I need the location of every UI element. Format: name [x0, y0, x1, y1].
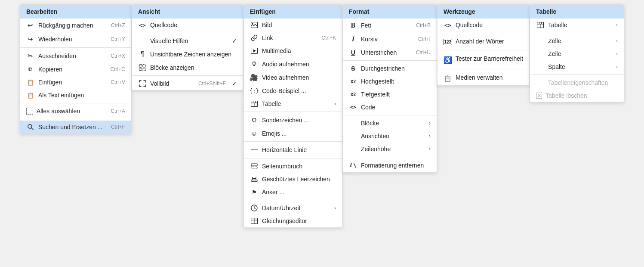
- fullscreen-item[interactable]: Vollbild Ctrl+Shift+F ✓: [132, 77, 243, 90]
- einfuegen-header[interactable]: Einfügen: [244, 5, 342, 19]
- datetime-label: Datum/Uhrzeit: [262, 205, 331, 211]
- svg-line-1: [31, 128, 33, 130]
- source-werkzeuge-icon: <>: [444, 22, 452, 28]
- table-tabelle-icon: [536, 22, 545, 28]
- ansicht-header[interactable]: Ansicht: [132, 5, 243, 19]
- sep4: [244, 200, 342, 200]
- table-tabelle-item[interactable]: Tabelle ›: [530, 19, 624, 31]
- svg-text:I: I: [349, 162, 352, 168]
- strikethrough-item[interactable]: S Durchgestrichen: [343, 62, 437, 75]
- superscript-label: Hochgestellt: [361, 78, 431, 85]
- invisible-label: Unsichtbare Zeichen anzeigen: [150, 51, 237, 58]
- svg-rect-4: [139, 68, 142, 71]
- omega-icon: Ω: [250, 116, 259, 124]
- wordcount-label: Anzahl der Wörter: [456, 38, 523, 45]
- copy-item[interactable]: ⧉ Kopieren Ctrl+C: [20, 63, 131, 76]
- source-item[interactable]: <> Quellcode: [132, 19, 243, 31]
- source-icon: <>: [138, 22, 147, 28]
- special-item[interactable]: Ω Sonderzeichen ...: [244, 113, 342, 127]
- tabelle-header[interactable]: Tabelle: [530, 5, 624, 19]
- bold-item[interactable]: B Fett Ctrl+B: [343, 19, 437, 32]
- image-icon: [250, 22, 259, 28]
- code-icon: {;}: [250, 88, 259, 94]
- clock-icon: [250, 205, 259, 211]
- datetime-item[interactable]: Datum/Uhrzeit ›: [244, 202, 342, 214]
- bearbeiten-label: Bearbeiten: [26, 8, 57, 15]
- code-item[interactable]: {;} Code-Beispiel ...: [244, 84, 342, 97]
- werkzeuge-header[interactable]: Werkzeuge: [438, 5, 529, 19]
- svg-line-24: [354, 163, 356, 168]
- wordcount-item[interactable]: 123 Anzahl der Wörter: [438, 34, 529, 49]
- fullscreen-shortcut: Ctrl+Shift+F: [198, 81, 226, 87]
- redo-item[interactable]: ↪ Wiederholen Ctrl+Y: [20, 32, 131, 46]
- equation-item[interactable]: Gleichungseditor: [244, 214, 342, 227]
- hline-label: Horizontale Linie: [262, 146, 336, 153]
- underline-item[interactable]: U Unterstrichen Ctrl+U: [343, 46, 437, 59]
- italic-item[interactable]: I Kursiv Ctrl+I: [343, 32, 437, 46]
- table-tabelle-label: Tabelle: [548, 22, 613, 28]
- visual-help-label: Visuelle Hilfen: [150, 37, 228, 44]
- image-item[interactable]: Bild: [244, 19, 342, 31]
- video-item[interactable]: 🎥 Video aufnehmen: [244, 71, 342, 84]
- align-item[interactable]: Ausrichten ›: [343, 130, 437, 143]
- cell-item[interactable]: Zelle ›: [530, 34, 624, 47]
- col-item[interactable]: Spalte ›: [530, 60, 624, 73]
- row-item[interactable]: Zeile ›: [530, 47, 624, 60]
- superscript-item[interactable]: x2 Hochgestellt: [343, 75, 437, 88]
- blocks-format-item[interactable]: Blöcke ›: [343, 117, 437, 130]
- media-manage-item[interactable]: 📋 Medien verwalten: [438, 71, 529, 85]
- anchor-label: Anker ...: [262, 189, 336, 196]
- table-props-label: Tabelleneigenschaften: [548, 79, 618, 86]
- select-all-icon: [26, 108, 33, 115]
- pagebreak-label: Seitenumbruch: [262, 163, 336, 170]
- paste-item[interactable]: 📋 Einfügen Ctrl+V: [20, 76, 131, 89]
- nbsp-item[interactable]: Geschütztes Leerzeichen: [244, 173, 342, 186]
- source-werkzeuge-item[interactable]: <> Quellcode: [438, 19, 529, 31]
- anchor-item[interactable]: ⚑ Anker ...: [244, 186, 342, 199]
- redo-icon: ↪: [26, 35, 35, 43]
- bearbeiten-header[interactable]: Bearbeiten: [20, 5, 131, 19]
- visual-help-item[interactable]: Visuelle Hilfen ✓: [132, 34, 243, 47]
- sep3: [20, 119, 131, 119]
- fullscreen-icon: [138, 80, 147, 87]
- search-icon: [26, 124, 35, 130]
- table-item[interactable]: Tabelle ›: [244, 97, 342, 110]
- svg-rect-3: [143, 65, 145, 67]
- media-item[interactable]: Multimedia: [244, 44, 342, 57]
- paste-text-item[interactable]: 📋 Als Text einfügen: [20, 89, 131, 102]
- cell-arrow: ›: [616, 38, 618, 44]
- audio-item[interactable]: 🎙 Audio aufnehmen: [244, 57, 342, 71]
- undo-item[interactable]: ↩ Rückgängig machen Ctrl+Z: [20, 19, 131, 32]
- blocks-item[interactable]: Blöcke anzeigen: [132, 61, 243, 74]
- menus-container: Bearbeiten ↩ Rückgängig machen Ctrl+Z ↪ …: [20, 4, 624, 228]
- select-all-item[interactable]: Alles auswählen Ctrl+A: [20, 105, 131, 118]
- anchor-icon: ⚑: [250, 189, 259, 196]
- cut-icon: ✂: [26, 52, 35, 60]
- italic-icon: I: [349, 35, 357, 43]
- blocks-format-label: Blöcke: [361, 120, 425, 127]
- menu-tabelle: Tabelle Tabelle › Zelle › Zeile › Spalte…: [530, 4, 624, 102]
- format-header[interactable]: Format: [343, 5, 437, 19]
- link-item[interactable]: Link Ctrl+K: [244, 31, 342, 44]
- redo-shortcut: Ctrl+Y: [111, 36, 125, 42]
- cut-item[interactable]: ✂ Ausschneiden Ctrl+X: [20, 49, 131, 63]
- menu-bearbeiten: Bearbeiten ↩ Rückgängig machen Ctrl+Z ↪ …: [20, 4, 132, 134]
- sep3: [343, 157, 437, 157]
- accessibility-icon: ♿: [444, 56, 452, 64]
- invisible-item[interactable]: ¶ Unsichtbare Zeichen anzeigen: [132, 47, 243, 61]
- emoji-item[interactable]: ☺ Emojis ...: [244, 127, 342, 140]
- hline-item[interactable]: — Horizontale Linie: [244, 143, 342, 157]
- sep2: [343, 115, 437, 115]
- source-label: Quellcode: [150, 22, 237, 28]
- pagebreak-item[interactable]: Seitenumbruch: [244, 160, 342, 173]
- row-label: Zeile: [548, 50, 613, 57]
- accessibility-item[interactable]: ♿ Tester zur Barrierefreiheit: [438, 52, 529, 68]
- fullscreen-label: Vollbild: [150, 80, 195, 87]
- clear-format-item[interactable]: I Formatierung entfernen: [343, 158, 437, 172]
- lineheight-item[interactable]: Zeilenhöhe ›: [343, 143, 437, 155]
- superscript-icon: x2: [349, 78, 357, 84]
- code-format-item[interactable]: <> Code: [343, 101, 437, 114]
- subscript-item[interactable]: x2 Tiefgestellt: [343, 88, 437, 101]
- select-all-shortcut: Ctrl+A: [111, 108, 125, 114]
- find-item[interactable]: Suchen und Ersetzen ... Ctrl+F: [20, 121, 131, 134]
